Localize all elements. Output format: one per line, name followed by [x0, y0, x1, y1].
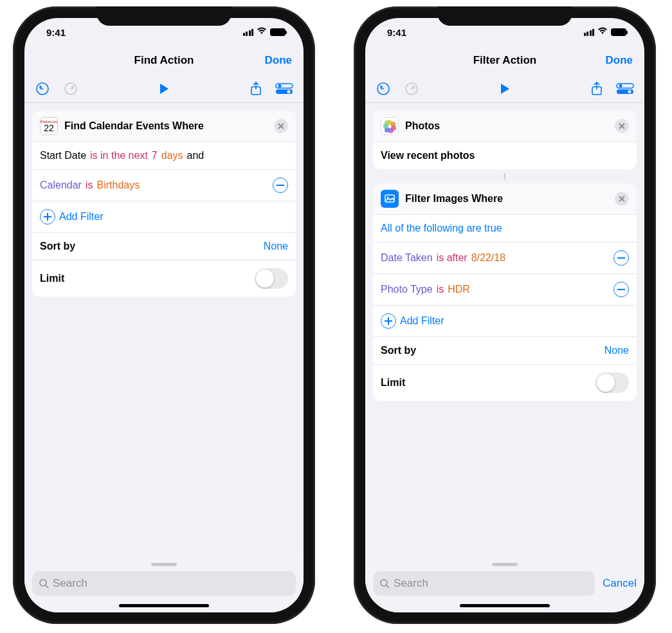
photos-icon — [381, 117, 399, 135]
limit-row: Limit — [373, 365, 637, 401]
limit-toggle[interactable] — [255, 268, 288, 289]
sort-value[interactable]: None — [264, 241, 288, 252]
status-time: 9:41 — [387, 27, 406, 38]
card-title: Filter Images Where — [405, 193, 608, 205]
editor-toolbar — [24, 75, 304, 103]
search-input[interactable]: Search — [373, 571, 595, 596]
scope-label[interactable]: All of the following are true — [381, 223, 502, 234]
done-button[interactable]: Done — [265, 54, 293, 67]
sort-row[interactable]: Sort by None — [32, 233, 296, 261]
limit-label: Limit — [40, 273, 64, 284]
svg-point-6 — [287, 90, 291, 93]
plus-icon — [381, 313, 396, 329]
play-button[interactable] — [499, 82, 511, 95]
filter-operator[interactable]: is — [86, 179, 93, 191]
filter-row-date-taken[interactable]: Date Taken is after 8/22/18 — [373, 243, 637, 274]
add-filter-label: Add Filter — [400, 315, 444, 327]
filter-field[interactable]: Date Taken — [381, 252, 433, 264]
wifi-icon — [257, 26, 267, 37]
home-indicator[interactable] — [119, 604, 209, 607]
share-button[interactable] — [250, 81, 262, 96]
add-filter-row[interactable]: Add Filter — [32, 201, 296, 233]
nav-title: Find Action — [134, 54, 194, 67]
done-button[interactable]: Done — [606, 54, 633, 67]
sort-label: Sort by — [40, 241, 75, 252]
battery-icon — [611, 28, 626, 36]
filter-operator[interactable]: is — [437, 284, 444, 295]
phone-left: 9:41 Find Action Done — [13, 6, 315, 624]
svg-rect-26 — [617, 289, 625, 290]
search-placeholder: Search — [53, 577, 87, 590]
svg-point-27 — [381, 580, 387, 586]
limit-row: Limit — [32, 261, 296, 297]
grabber-icon[interactable] — [492, 563, 518, 566]
filter-field[interactable]: Photo Type — [381, 284, 433, 295]
remove-filter-button[interactable] — [613, 250, 629, 266]
search-icon — [39, 578, 49, 589]
settings-button[interactable] — [275, 82, 293, 95]
search-input[interactable]: Search — [32, 571, 296, 596]
canvas[interactable]: Wednesday22 Find Calendar Events Where S… — [24, 103, 304, 612]
sort-value[interactable]: None — [604, 345, 629, 356]
filter-value[interactable]: HDR — [448, 284, 470, 295]
add-filter-label: Add Filter — [59, 211, 103, 223]
share-button[interactable] — [590, 81, 603, 96]
card-title: Find Calendar Events Where — [64, 120, 268, 132]
cellular-icon — [243, 29, 254, 36]
filter-value[interactable]: Birthdays — [97, 179, 140, 191]
close-icon[interactable] — [274, 119, 288, 133]
close-icon[interactable] — [615, 119, 629, 133]
home-indicator[interactable] — [460, 604, 550, 607]
filter-operator[interactable]: is after — [437, 252, 468, 264]
filter-number[interactable]: 7 — [152, 150, 158, 161]
add-filter-row[interactable]: Add Filter — [373, 306, 637, 337]
card-title: Photos — [405, 120, 608, 132]
close-icon[interactable] — [615, 192, 629, 206]
filter-row-start-date[interactable]: Start Date is in the next 7 days and — [32, 142, 296, 170]
svg-rect-25 — [617, 257, 625, 259]
cellular-icon — [584, 29, 595, 36]
svg-point-4 — [278, 84, 282, 87]
filter-operator[interactable]: is in the next — [90, 150, 148, 161]
filter-icon — [381, 190, 399, 208]
sort-label: Sort by — [381, 345, 416, 356]
svg-point-22 — [385, 120, 390, 125]
limit-toggle[interactable] — [595, 372, 629, 393]
action-card-calendar: Wednesday22 Find Calendar Events Where S… — [32, 111, 296, 297]
filter-row-photo-type[interactable]: Photo Type is HDR — [373, 274, 637, 306]
limit-label: Limit — [381, 377, 405, 389]
grabber-icon[interactable] — [151, 563, 177, 566]
filter-field[interactable]: Start Date — [40, 150, 86, 161]
scope-row[interactable]: All of the following are true — [373, 215, 637, 243]
filter-row-calendar[interactable]: Calendar is Birthdays — [32, 170, 296, 201]
screen: 9:41 Find Action Done — [24, 18, 304, 612]
redo-button — [404, 82, 419, 96]
undo-button[interactable] — [35, 82, 50, 96]
play-button[interactable] — [158, 82, 170, 95]
filter-unit[interactable]: days — [161, 150, 183, 161]
undo-button[interactable] — [376, 82, 391, 96]
sort-row[interactable]: Sort by None — [373, 337, 637, 365]
status-right — [584, 27, 627, 37]
settings-button[interactable] — [616, 82, 634, 95]
plus-icon — [40, 209, 55, 225]
status-time: 9:41 — [46, 27, 66, 38]
card-header: Wednesday22 Find Calendar Events Where — [32, 111, 296, 142]
phone-right: 9:41 Filter Action Done — [354, 6, 656, 624]
filter-field[interactable]: Calendar — [40, 179, 82, 191]
nav-bar: Find Action Done — [24, 46, 304, 75]
action-label[interactable]: View recent photos — [373, 142, 637, 169]
canvas[interactable]: Photos View recent photos Filter Images … — [365, 103, 644, 612]
connector — [373, 173, 637, 179]
remove-filter-button[interactable] — [613, 282, 629, 297]
notch — [96, 6, 232, 26]
filter-value[interactable]: 8/22/18 — [471, 252, 505, 264]
status-right — [243, 27, 286, 37]
remove-filter-button[interactable] — [273, 178, 288, 193]
nav-title: Filter Action — [473, 54, 537, 67]
wifi-icon — [597, 26, 608, 37]
nav-bar: Filter Action Done — [365, 46, 644, 75]
cancel-button[interactable]: Cancel — [603, 577, 637, 590]
action-card-filter-images: Filter Images Where All of the following… — [373, 183, 637, 401]
editor-toolbar — [365, 75, 644, 103]
